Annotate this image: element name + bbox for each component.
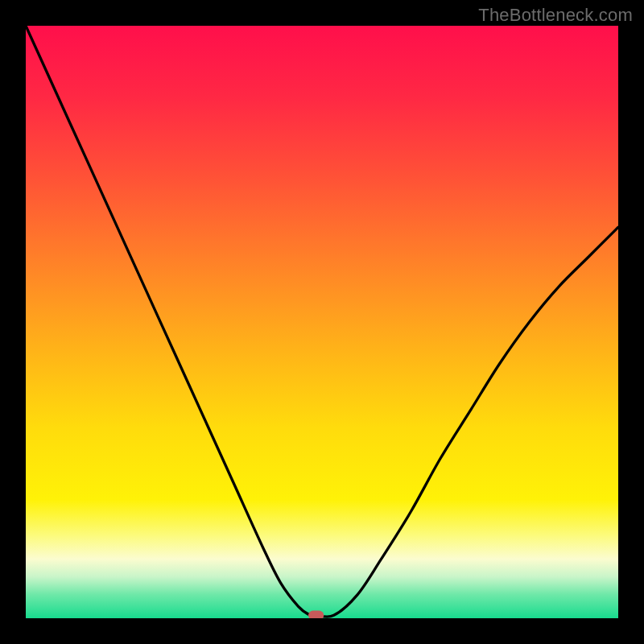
optimum-marker (308, 610, 324, 618)
plot-area (26, 26, 618, 618)
bottleneck-curve (26, 26, 618, 617)
watermark-text: TheBottleneck.com (478, 5, 633, 26)
chart-frame: TheBottleneck.com (0, 0, 644, 644)
curve-layer (26, 26, 618, 618)
